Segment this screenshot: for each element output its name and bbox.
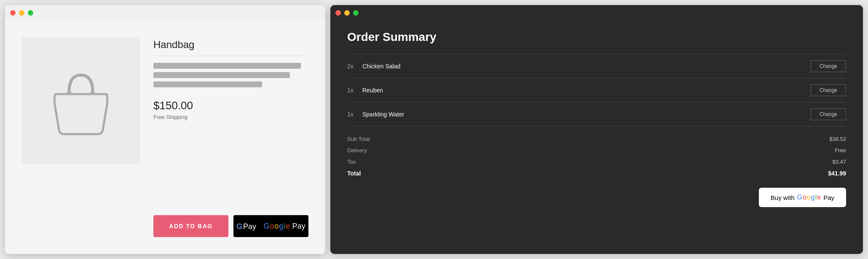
product-details: Handbag $150.00 Free Shipping ADD TO BAG… bbox=[153, 37, 308, 237]
item-3-name: Sparkling Water bbox=[362, 111, 811, 118]
gpay-e: e bbox=[286, 222, 290, 231]
subtotal-row: Sub Total $38.52 bbox=[347, 133, 846, 145]
total-row: Total $41.99 bbox=[347, 167, 846, 179]
order-summary-window: Order Summary 2x Chicken Salad Change 1x… bbox=[330, 5, 863, 254]
traffic-light-red-right[interactable] bbox=[335, 10, 341, 16]
order-item-2: 1x Reuben Change bbox=[347, 78, 846, 103]
product-image bbox=[22, 37, 140, 164]
gpay-logo-icon: G Pay G bbox=[236, 221, 262, 232]
delivery-value: Free bbox=[835, 147, 846, 154]
svg-point-1 bbox=[91, 91, 95, 95]
delivery-row: Delivery Free bbox=[347, 145, 846, 156]
product-actions: ADD TO BAG G Pay G Google Pay bbox=[153, 215, 308, 237]
item-1-name: Chicken Salad bbox=[362, 63, 811, 70]
item-2-qty: 1x bbox=[347, 87, 362, 94]
product-price: $150.00 bbox=[153, 99, 308, 112]
product-window: Handbag $150.00 Free Shipping ADD TO BAG… bbox=[5, 5, 325, 254]
product-content: Handbag $150.00 Free Shipping ADD TO BAG… bbox=[5, 20, 325, 254]
add-to-bag-button[interactable]: ADD TO BAG bbox=[153, 215, 228, 237]
svg-point-0 bbox=[67, 91, 71, 95]
product-shipping: Free Shipping bbox=[153, 114, 308, 120]
window-titlebar-right bbox=[330, 5, 863, 20]
gpay-inline-g2: g bbox=[811, 194, 815, 201]
window-titlebar-left bbox=[5, 5, 325, 20]
tax-row: Tax $3.47 bbox=[347, 156, 846, 167]
gpay-l: l bbox=[284, 222, 286, 231]
gpay-o1: o bbox=[270, 222, 274, 231]
order-totals: Sub Total $38.52 Delivery Free Tax $3.47… bbox=[347, 133, 846, 179]
gpay-button[interactable]: G Pay G Google Pay bbox=[233, 215, 308, 237]
buy-with-gpay-container: Buy with Google Pay bbox=[347, 188, 846, 207]
tax-value: $3.47 bbox=[832, 159, 846, 165]
gpay-logo-inline: Google bbox=[797, 194, 821, 201]
total-value: $41.99 bbox=[828, 170, 846, 177]
item-3-qty: 1x bbox=[347, 111, 362, 118]
delivery-label: Delivery bbox=[347, 147, 367, 154]
gpay-pay: Pay bbox=[292, 222, 305, 231]
item-2-name: Reuben bbox=[362, 87, 811, 94]
svg-text:G: G bbox=[236, 222, 242, 231]
buy-with-gpay-button[interactable]: Buy with Google Pay bbox=[759, 188, 846, 207]
tax-label: Tax bbox=[347, 159, 356, 165]
gpay-o2: o bbox=[274, 222, 279, 231]
buy-with-text: Buy with bbox=[771, 194, 795, 201]
traffic-light-yellow[interactable] bbox=[19, 10, 24, 16]
handbag-icon bbox=[47, 62, 115, 138]
gpay-inline-o2: o bbox=[807, 194, 811, 201]
description-bar-2 bbox=[153, 72, 290, 78]
item-1-change-button[interactable]: Change bbox=[811, 60, 846, 72]
item-3-change-button[interactable]: Change bbox=[811, 108, 846, 120]
subtotal-label: Sub Total bbox=[347, 136, 370, 142]
svg-text:Pay: Pay bbox=[243, 222, 256, 231]
order-item-1: 2x Chicken Salad Change bbox=[347, 54, 846, 78]
gpay-inline-o1: o bbox=[803, 194, 806, 201]
gpay-g: G bbox=[263, 222, 269, 231]
description-bar-1 bbox=[153, 63, 301, 69]
gpay-inline-g: G bbox=[797, 194, 802, 201]
traffic-light-green[interactable] bbox=[28, 10, 33, 16]
traffic-light-yellow-right[interactable] bbox=[344, 10, 350, 16]
total-label: Total bbox=[347, 170, 361, 177]
item-1-qty: 2x bbox=[347, 63, 362, 70]
gpay-inline-e: e bbox=[817, 194, 821, 201]
product-name: Handbag bbox=[153, 39, 308, 56]
gpay-g2: g bbox=[279, 222, 283, 231]
order-summary-title: Order Summary bbox=[347, 30, 846, 44]
traffic-light-red[interactable] bbox=[10, 10, 16, 16]
order-item-3: 1x Sparkling Water Change bbox=[347, 103, 846, 127]
gpay-inline-l: l bbox=[815, 194, 817, 201]
item-2-change-button[interactable]: Change bbox=[811, 84, 846, 96]
traffic-light-green-right[interactable] bbox=[353, 10, 359, 16]
subtotal-value: $38.52 bbox=[829, 136, 846, 142]
order-content: Order Summary 2x Chicken Salad Change 1x… bbox=[330, 20, 863, 254]
gpay-text: Google Pay bbox=[263, 222, 305, 231]
description-bar-3 bbox=[153, 81, 262, 87]
pay-text: Pay bbox=[823, 194, 834, 201]
